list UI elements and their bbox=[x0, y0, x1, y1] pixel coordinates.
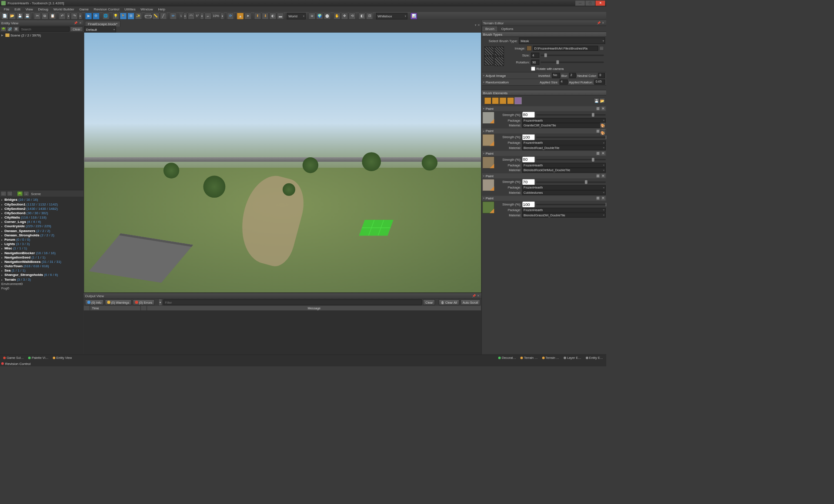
status-tab[interactable]: Terrain … bbox=[519, 355, 540, 360]
actor-button[interactable]: 🏃 bbox=[120, 13, 127, 20]
paint-strength-input[interactable] bbox=[522, 134, 535, 140]
paint-delete-button[interactable]: ✕ bbox=[601, 174, 605, 178]
scene-node[interactable]: ▸Lights (3 / 3 / 3) bbox=[0, 242, 83, 246]
paint-strength-input[interactable] bbox=[522, 202, 535, 208]
hand-tool-button[interactable]: ✋ bbox=[334, 13, 340, 20]
pin-icon[interactable]: 📌 bbox=[472, 294, 476, 298]
tree-toggle-icon[interactable]: 🌳 bbox=[0, 27, 6, 32]
paint-expand-icon[interactable]: ▾ bbox=[483, 152, 484, 155]
axis-icon[interactable]: ⌐ bbox=[204, 13, 211, 20]
close-icon[interactable]: ✕ bbox=[477, 294, 480, 298]
angle-icon[interactable]: ◠ bbox=[188, 13, 195, 20]
paint-delete-button[interactable]: ✕ bbox=[601, 196, 605, 200]
sphere-icon[interactable]: ⬤ bbox=[324, 13, 331, 20]
paint-layer-header[interactable]: ▾Paint▥✕ bbox=[482, 151, 606, 156]
status-tab[interactable]: Decorat… bbox=[497, 355, 518, 360]
minimize-button[interactable]: — bbox=[575, 0, 585, 6]
output-log-body[interactable] bbox=[84, 311, 482, 354]
applied-size-value[interactable]: 4 bbox=[560, 80, 568, 85]
scene-node[interactable]: ▸Countryside (229 / 229 / 229) bbox=[0, 224, 83, 228]
pin-icon[interactable]: 📌 bbox=[74, 21, 78, 25]
snap-button[interactable]: ⫍⫎ bbox=[145, 13, 152, 20]
paint-swatch[interactable] bbox=[482, 179, 494, 191]
paint-material-combo[interactable]: Cobblestones bbox=[522, 190, 606, 195]
paint-strength-slider[interactable] bbox=[536, 159, 606, 160]
autoscroll-button[interactable]: Auto Scroll bbox=[460, 299, 480, 305]
scene-node[interactable]: ▸Danaan_Strongholds (2 / 2 / 2) bbox=[0, 233, 83, 237]
scene-node[interactable]: ▸CityWalls (118 / 118 / 118) bbox=[0, 215, 83, 219]
paint-delete-button[interactable]: ✕ bbox=[601, 152, 605, 156]
paint-material-combo[interactable]: BlendedRockDirtMud_DoubleTile bbox=[522, 168, 606, 173]
scene-root-node[interactable]: ▶ Scene (2 / 2 / 3979) bbox=[0, 33, 83, 37]
brush-thumb[interactable] bbox=[500, 97, 507, 104]
ruler-button[interactable]: 📏 bbox=[152, 13, 159, 20]
skull-icon[interactable]: ☠ bbox=[309, 13, 316, 20]
paint-strength-slider[interactable] bbox=[536, 136, 606, 138]
scene-node[interactable]: ▸Terrain (3 / 3 / 3) bbox=[0, 277, 83, 282]
settings-icon[interactable]: ⚙ bbox=[13, 27, 19, 32]
scene-node[interactable]: ▸CitySection2 (1430 / 1430 / 1482) bbox=[0, 206, 83, 211]
rotate-with-camera-checkbox[interactable] bbox=[531, 66, 535, 70]
nav-fwd-button[interactable]: → bbox=[7, 191, 13, 196]
pencil-icon[interactable]: ✏ bbox=[170, 13, 177, 20]
paint-layer-header[interactable]: ▾Paint▥✕ bbox=[482, 196, 606, 201]
raise-tool-button[interactable]: ⬆ bbox=[254, 13, 261, 20]
status-tab[interactable]: Game Sol… bbox=[1, 355, 26, 360]
load-brush-button[interactable]: 📂 bbox=[599, 98, 605, 103]
scene-refresh-icon[interactable]: • bbox=[23, 191, 29, 196]
paint-package-combo[interactable]: FrozenHearth bbox=[522, 208, 606, 212]
brush-thumb[interactable] bbox=[507, 97, 514, 104]
close-icon[interactable]: ✕ bbox=[78, 21, 82, 25]
paint-strength-input[interactable] bbox=[522, 179, 535, 185]
copy-button[interactable]: ⧉ bbox=[41, 13, 48, 20]
paint-strength-input[interactable] bbox=[522, 157, 535, 163]
cube-icon[interactable]: ◧ bbox=[359, 13, 366, 20]
menu-game[interactable]: Game bbox=[77, 7, 91, 12]
tab-close-icon[interactable]: ✕ bbox=[477, 23, 480, 27]
paint-expand-icon[interactable]: ▾ bbox=[483, 129, 484, 133]
scene-node[interactable]: ▸CitySection3 (30 / 30 / 302) bbox=[0, 211, 83, 215]
paint-delete-button[interactable]: ✕ bbox=[601, 107, 605, 111]
scene-node[interactable]: ▸Shangur_Strongoholds (6 / 6 / 6) bbox=[0, 272, 83, 277]
refresh-button[interactable]: ⟳ bbox=[227, 13, 234, 20]
paint-expand-icon[interactable]: ▾ bbox=[483, 175, 484, 178]
brush-rotation-input[interactable] bbox=[531, 60, 539, 65]
nav-back-button[interactable]: ← bbox=[0, 191, 6, 196]
revision-control-label[interactable]: Revision Control bbox=[5, 361, 31, 365]
document-tab[interactable]: FinalEscape.block* bbox=[85, 21, 120, 27]
menu-utilities[interactable]: Utilities bbox=[122, 7, 138, 12]
lower-tool-button[interactable]: ⬇ bbox=[262, 13, 269, 20]
paint-package-combo[interactable]: FrozenHearth bbox=[522, 186, 606, 190]
effects-button[interactable]: ✨ bbox=[135, 13, 142, 20]
angle-dropdown[interactable]: ▾ bbox=[200, 13, 204, 20]
paint-strength-slider[interactable] bbox=[536, 204, 606, 205]
undo-button[interactable]: ↶ bbox=[59, 13, 66, 20]
paint-package-combo[interactable]: FrozenHearth bbox=[522, 118, 606, 123]
paint-material-combo[interactable]: GraniteCliff_DoubleTile bbox=[522, 123, 606, 128]
new-file-button[interactable]: 📄 bbox=[1, 13, 8, 20]
blur-value[interactable]: 2 bbox=[569, 73, 576, 78]
render-mode-combo[interactable]: Whitebox bbox=[376, 13, 408, 19]
grid-button[interactable]: ⊞ bbox=[127, 13, 134, 20]
pin-icon[interactable]: 📌 bbox=[597, 21, 601, 25]
entity-search-input[interactable] bbox=[20, 27, 70, 32]
paint-strength-slider[interactable] bbox=[536, 114, 606, 116]
filter-clear-button[interactable]: Clear bbox=[423, 299, 435, 305]
scene-node[interactable]: ▸NavigationBlocker (16 / 16 / 16) bbox=[0, 251, 83, 255]
breadcrumb[interactable]: Scene bbox=[30, 192, 41, 196]
tab-menu-icon[interactable]: ▾ bbox=[475, 23, 477, 27]
select-tool-button[interactable]: ➤ bbox=[244, 13, 251, 20]
scene-tree-icon[interactable]: 🌳 bbox=[17, 191, 23, 196]
brush-rotation-slider[interactable] bbox=[540, 62, 604, 63]
status-tab[interactable]: Entity View bbox=[51, 355, 74, 360]
measure-button[interactable]: ╱ bbox=[160, 13, 167, 20]
maximize-button[interactable]: ▢ bbox=[585, 0, 595, 6]
menu-help[interactable]: Help bbox=[156, 7, 168, 12]
paint-swatch[interactable] bbox=[482, 157, 494, 169]
brush-image-path[interactable] bbox=[533, 46, 598, 51]
stats-button[interactable]: 📊 bbox=[410, 13, 417, 20]
paint-swatch[interactable] bbox=[482, 112, 494, 124]
scene-node[interactable]: ▸Forum (0 / 0 / 0) bbox=[0, 237, 83, 242]
paint-material-combo[interactable]: BlendedRoad_DoubleTile bbox=[522, 146, 606, 150]
save-brush-button[interactable]: 💾 bbox=[594, 98, 599, 103]
